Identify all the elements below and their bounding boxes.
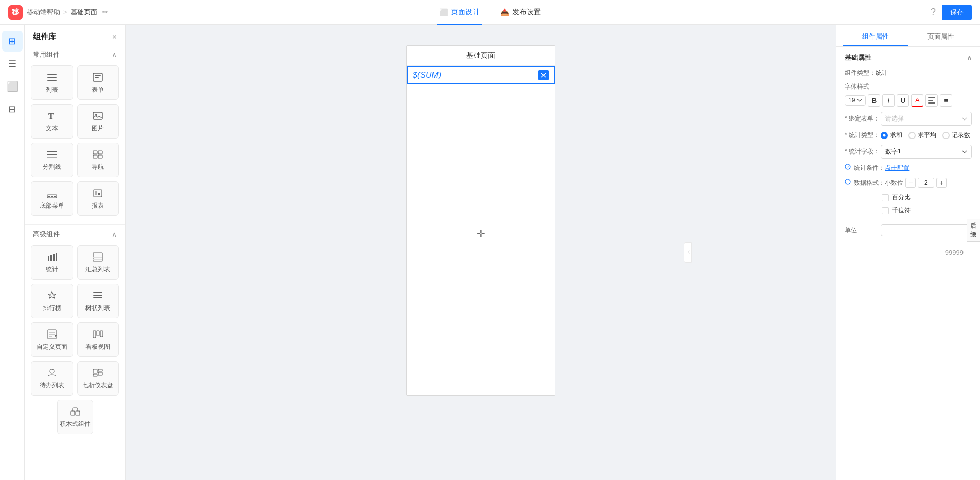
component-image[interactable]: 图片 xyxy=(77,104,119,139)
font-underline-btn[interactable]: U xyxy=(897,94,909,107)
decimal-input[interactable] xyxy=(918,178,934,188)
radio-avg[interactable]: 求平均 xyxy=(908,131,936,140)
component-custom-page-label: 自定义页面 xyxy=(37,342,67,351)
save-button[interactable]: 保存 xyxy=(942,5,972,20)
svg-rect-42 xyxy=(100,331,103,337)
font-italic-btn[interactable]: I xyxy=(882,94,895,107)
component-nav[interactable]: 导航 xyxy=(77,143,119,177)
component-custom-page[interactable]: 自定义页面 xyxy=(31,322,73,357)
block-icon xyxy=(69,405,81,418)
percent-checkbox[interactable] xyxy=(882,194,889,201)
decimal-minus-btn[interactable]: − xyxy=(905,178,916,188)
component-dashboard[interactable]: 七析仪表盘 xyxy=(77,361,119,396)
svg-point-55 xyxy=(845,179,850,184)
svg-rect-38 xyxy=(49,334,55,335)
component-dashboard-label: 七析仪表盘 xyxy=(82,381,113,390)
component-tree-list-label: 树状列表 xyxy=(85,304,110,313)
component-tree-list[interactable]: 树状列表 xyxy=(77,284,119,318)
sum-display: $(SUM) xyxy=(408,67,554,83)
component-divider-label: 分割线 xyxy=(43,163,61,172)
page-design-icon: ⬜ xyxy=(439,8,448,16)
svg-rect-1 xyxy=(47,77,57,78)
required-mark-2: * xyxy=(845,131,847,139)
svg-rect-45 xyxy=(98,369,102,371)
component-todo-label: 待办列表 xyxy=(40,381,64,390)
svg-rect-18 xyxy=(51,196,53,197)
component-divider[interactable]: 分割线 xyxy=(31,143,73,177)
kanban-icon xyxy=(92,328,104,340)
radio-sum[interactable]: 求和 xyxy=(881,131,902,140)
font-bold-btn[interactable]: B xyxy=(868,94,880,107)
component-todo[interactable]: 待办列表 xyxy=(31,361,73,396)
component-text[interactable]: T 文本 xyxy=(31,104,73,139)
tab-design[interactable]: ⬜ 页面设计 xyxy=(437,0,482,25)
radio-count[interactable]: 记录数 xyxy=(942,131,970,140)
strip-icon-minus[interactable]: ⊟ xyxy=(2,99,23,119)
unit-input[interactable] xyxy=(881,224,967,236)
help-icon[interactable]: ? xyxy=(931,7,936,18)
common-collapse-icon[interactable]: ∧ xyxy=(112,50,117,59)
nav-icon xyxy=(92,148,104,161)
thousands-row: 千位符 xyxy=(845,206,972,215)
move-cursor-icon: ✛ xyxy=(477,228,485,240)
component-bottom-menu-label: 底部菜单 xyxy=(40,201,64,210)
tab-component-props[interactable]: 组件属性 xyxy=(843,29,908,46)
font-align-btn[interactable] xyxy=(925,94,938,107)
tab-publish[interactable]: 📤 发布设置 xyxy=(498,0,543,25)
svg-rect-9 xyxy=(47,151,57,152)
divider-icon xyxy=(46,148,58,161)
svg-rect-14 xyxy=(93,155,97,158)
component-ranking[interactable]: 排行榜 xyxy=(31,284,73,318)
svg-rect-17 xyxy=(48,196,50,197)
preview-value: 99999 xyxy=(845,247,972,259)
component-block-label: 积木式组件 xyxy=(60,420,91,428)
bind-form-select[interactable]: 请选择 xyxy=(881,112,972,126)
strip-icon-image[interactable]: ⬜ xyxy=(2,76,23,97)
component-bottom-menu[interactable]: 底部菜单 xyxy=(31,181,73,216)
font-size-select[interactable]: 19 xyxy=(845,95,866,106)
component-list[interactable]: 列表 xyxy=(31,65,73,100)
strip-icon-list[interactable]: ☰ xyxy=(2,54,23,74)
basic-collapse-icon[interactable]: ∧ xyxy=(967,54,972,62)
close-icon[interactable]: × xyxy=(112,32,117,42)
sum-delete-btn[interactable] xyxy=(538,70,549,80)
component-text-label: 文本 xyxy=(46,124,58,133)
component-summary-list[interactable]: 汇总列表 xyxy=(77,245,119,280)
unit-after-select[interactable]: 后缀 xyxy=(967,219,980,242)
breadcrumb-sep: > xyxy=(63,8,67,16)
strip-icon-grid[interactable]: ⊞ xyxy=(2,31,23,52)
component-report[interactable]: 报表 xyxy=(77,181,119,216)
svg-rect-25 xyxy=(53,254,55,261)
decimal-plus-btn[interactable]: + xyxy=(936,178,947,188)
right-panel-collapse-btn[interactable]: 〈 xyxy=(684,242,692,263)
sum-text: $(SUM) xyxy=(413,71,441,80)
basic-props-header: 基础属性 ∧ xyxy=(845,53,972,62)
radio-avg-circle xyxy=(908,132,916,139)
thousands-checkbox[interactable] xyxy=(882,207,889,214)
component-summary-list-label: 汇总列表 xyxy=(85,265,110,274)
svg-rect-13 xyxy=(98,151,102,154)
font-color-btn[interactable]: A xyxy=(911,94,923,107)
component-stat[interactable]: 统计 xyxy=(31,245,73,280)
unit-label: 单位 xyxy=(845,226,881,235)
component-stat-label: 统计 xyxy=(46,265,58,274)
advanced-collapse-icon[interactable]: ∧ xyxy=(112,230,117,238)
svg-rect-33 xyxy=(93,297,102,298)
right-tabs: 组件属性 页面属性 xyxy=(836,25,980,47)
component-block[interactable]: 积木式组件 xyxy=(57,400,93,434)
list-icon xyxy=(46,71,58,83)
component-form[interactable]: 表单 xyxy=(77,65,119,100)
svg-rect-0 xyxy=(47,74,57,75)
tab-page-props[interactable]: 页面属性 xyxy=(908,29,974,46)
data-format-label: 数据格式： xyxy=(845,179,885,187)
left-strip: ⊞ ☰ ⬜ ⊟ xyxy=(0,25,25,480)
app-logo: 移 xyxy=(8,5,23,20)
svg-rect-46 xyxy=(98,372,102,375)
stat-field-select[interactable]: 数字1 xyxy=(881,145,972,159)
stat-condition-link[interactable]: 点击配置 xyxy=(885,164,909,173)
font-more-btn[interactable]: ≡ xyxy=(940,94,952,107)
tree-list-icon xyxy=(92,289,104,302)
component-kanban[interactable]: 看板视图 xyxy=(77,322,119,357)
selected-component[interactable]: $(SUM) xyxy=(407,66,555,84)
edit-icon[interactable]: ✏ xyxy=(102,8,108,16)
